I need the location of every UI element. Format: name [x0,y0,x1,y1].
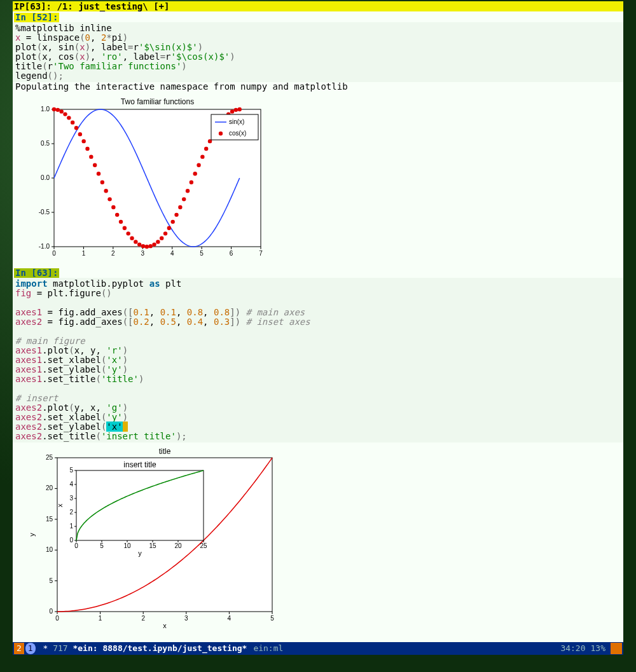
desktop-background: IP[63]: /1: just_testing\ [+] In [52]: %… [0,0,636,672]
svg-text:15: 15 [46,516,53,523]
svg-point-64 [186,189,190,193]
svg-text:-0.5: -0.5 [39,209,50,216]
svg-point-78 [238,107,242,111]
svg-text:sin(x): sin(x) [229,118,244,125]
sb-line-number: 717 [53,644,67,653]
svg-point-49 [130,237,134,240]
svg-text:1: 1 [69,523,73,530]
svg-text:1: 1 [82,250,86,257]
svg-text:x: x [56,504,64,507]
svg-point-51 [137,243,141,247]
svg-point-61 [174,213,178,217]
sb-badge-window: 1 [25,643,36,654]
svg-point-60 [171,220,175,224]
svg-text:5: 5 [270,615,274,622]
svg-point-55 [152,243,156,247]
svg-point-31 [63,113,67,116]
svg-text:0.0: 0.0 [41,174,50,181]
window-titlebar: IP[63]: /1: just_testing\ [+] [13,1,623,11]
svg-point-30 [59,110,63,114]
svg-point-47 [123,226,127,230]
sb-star [38,644,43,653]
emacs-window: IP[63]: /1: just_testing\ [+] In [52]: %… [13,1,623,655]
svg-point-46 [119,220,123,224]
svg-point-65 [190,181,193,184]
svg-text:2: 2 [69,509,73,516]
svg-text:2: 2 [141,615,145,622]
svg-point-76 [230,110,234,114]
svg-text:7: 7 [259,250,263,257]
sb-end-cap [611,643,622,654]
svg-point-40 [97,172,100,175]
svg-text:cos(x): cos(x) [229,130,246,137]
svg-point-48 [126,232,130,236]
sb-modified-icon: * [43,644,48,653]
sb-buffer-name: *ein: 8888/test.ipynb/just_testing* [73,644,247,653]
sb-cursor-position: 34:20 [560,644,585,653]
chart-1-two-familiar-functions: Two familiar functions01234567-1.0-0.50.… [25,95,623,263]
chart-2-svg: title0123450510152025xyinsert title05101… [25,446,280,631]
output-text-52: Populating the interactive namespace fro… [13,82,623,92]
svg-point-45 [115,213,119,217]
svg-text:4: 4 [170,250,174,257]
svg-point-32 [67,116,71,120]
code-cell-63[interactable]: import matplotlib.pyplot as plt fig = pl… [13,278,623,442]
svg-text:0: 0 [69,537,73,544]
svg-point-52 [141,244,145,248]
svg-text:0: 0 [52,250,56,257]
svg-point-42 [104,189,107,193]
svg-text:-1.0: -1.0 [39,243,50,250]
svg-text:3: 3 [69,495,73,502]
sb-scroll-percent: 13% [591,644,605,653]
text-selection: 'x' [106,422,122,432]
svg-text:5: 5 [200,250,204,257]
svg-text:y: y [138,549,142,557]
svg-text:0: 0 [55,615,59,622]
svg-text:1: 1 [99,615,102,622]
svg-text:title: title [159,447,171,456]
svg-point-56 [156,240,160,244]
svg-point-33 [71,121,74,125]
svg-point-41 [100,181,104,184]
svg-point-67 [197,163,200,167]
svg-point-54 [148,244,152,248]
svg-point-69 [204,147,208,151]
svg-text:5: 5 [100,542,104,549]
chart-1-svg: Two familiar functions01234567-1.0-0.50.… [25,95,267,261]
svg-point-35 [78,132,82,136]
magic-line: %matplotlib inline [15,23,112,33]
svg-point-59 [167,226,171,230]
svg-point-82 [219,132,223,135]
svg-text:3: 3 [141,250,145,257]
svg-text:insert title: insert title [123,460,156,469]
svg-point-66 [193,172,197,175]
svg-point-44 [111,205,115,209]
input-prompt-63: In [63]: [14,268,59,278]
svg-text:x: x [163,622,167,629]
svg-point-77 [234,108,238,112]
svg-text:15: 15 [149,542,156,549]
svg-point-68 [200,155,204,159]
cell-2[interactable]: In [63]: import matplotlib.pyplot as plt… [13,267,623,633]
svg-point-62 [178,205,182,209]
svg-point-29 [56,108,60,112]
svg-text:5: 5 [69,467,73,474]
svg-point-39 [93,163,97,167]
svg-text:y: y [28,533,36,537]
svg-point-38 [89,155,93,159]
svg-text:10: 10 [123,542,131,549]
svg-text:1.0: 1.0 [41,106,50,113]
notebook-content[interactable]: In [52]: %matplotlib inline x = linspace… [13,11,623,642]
svg-text:4: 4 [69,481,73,488]
svg-point-57 [160,237,163,240]
svg-text:20: 20 [46,485,53,492]
svg-point-58 [163,232,167,236]
svg-text:0.5: 0.5 [41,140,50,147]
svg-point-63 [182,198,186,202]
svg-text:0: 0 [74,542,78,549]
sb-badge-workspace: 2 [14,643,24,654]
svg-text:2: 2 [111,250,115,257]
svg-text:10: 10 [46,546,53,553]
cell-1[interactable]: In [52]: %matplotlib inline x = linspace… [13,11,623,263]
code-cell-52[interactable]: %matplotlib inline x = linspace(0, 2*pi)… [13,22,623,82]
